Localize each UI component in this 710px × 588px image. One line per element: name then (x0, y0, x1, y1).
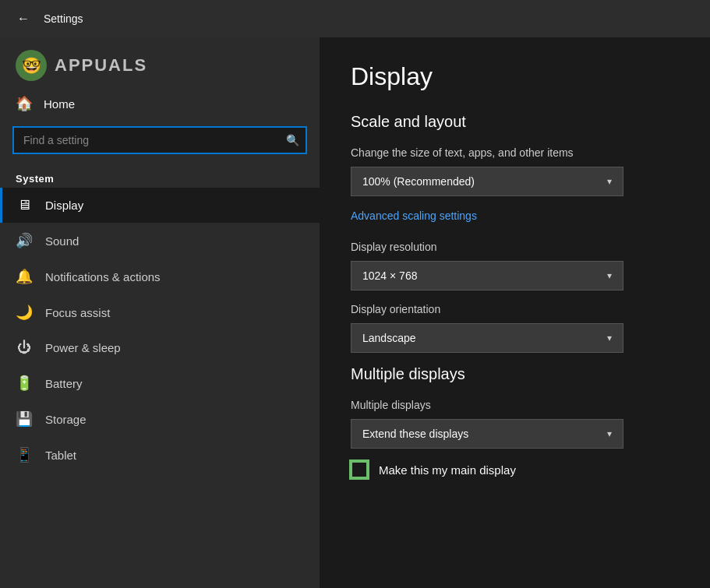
sidebar: 🤓 APPUALS 🏠 Home 🔍 System 🖥 Display 🔊 So… (0, 37, 320, 588)
sidebar-item-display[interactable]: 🖥 Display (0, 188, 320, 223)
title-bar-label: Settings (44, 12, 83, 25)
resolution-dropdown[interactable]: 1024 × 768 ▾ (351, 261, 623, 290)
display-icon: 🖥 (16, 197, 33, 213)
sidebar-item-notifications[interactable]: 🔔 Notifications & actions (0, 259, 320, 294)
orientation-label: Display orientation (351, 303, 679, 315)
multiple-displays-chevron-icon: ▾ (607, 428, 612, 439)
sidebar-home-item[interactable]: 🏠 Home (0, 87, 320, 120)
sidebar-item-focus[interactable]: 🌙 Focus assist (0, 294, 320, 330)
title-bar: ← Settings (0, 0, 710, 37)
tablet-icon: 📱 (16, 446, 33, 463)
advanced-scaling-link[interactable]: Advanced scaling settings (351, 209, 477, 222)
focus-icon: 🌙 (16, 304, 33, 321)
orientation-value: Landscape (362, 332, 416, 344)
scale-layout-section: Scale and layout Change the size of text… (351, 113, 679, 353)
sidebar-section-label: System (0, 167, 320, 188)
main-display-checkbox-row: Make this my main display (351, 461, 679, 478)
main-display-checkbox[interactable] (351, 461, 368, 478)
text-size-dropdown[interactable]: 100% (Recommended) ▾ (351, 167, 623, 196)
scale-layout-title: Scale and layout (351, 113, 679, 131)
resolution-label: Display resolution (351, 241, 679, 253)
battery-icon: 🔋 (16, 375, 33, 392)
logo-icon: 🤓 (16, 50, 47, 81)
sidebar-item-sound[interactable]: 🔊 Sound (0, 223, 320, 259)
page-title: Display (351, 62, 679, 91)
orientation-chevron-icon: ▾ (607, 333, 612, 343)
text-size-label: Change the size of text, apps, and other… (351, 146, 679, 159)
power-icon: ⏻ (16, 340, 33, 356)
sidebar-item-battery-label: Battery (45, 377, 83, 390)
resolution-value: 1024 × 768 (362, 269, 417, 282)
sound-icon: 🔊 (16, 232, 33, 249)
multiple-displays-dropdown[interactable]: Extend these displays ▾ (351, 419, 623, 449)
sidebar-item-focus-label: Focus assist (45, 306, 110, 319)
multiple-displays-value: Extend these displays (362, 428, 468, 440)
main-layout: 🤓 APPUALS 🏠 Home 🔍 System 🖥 Display 🔊 So… (0, 37, 710, 588)
back-button[interactable]: ← (12, 8, 34, 30)
multiple-displays-section: Multiple displays Multiple displays Exte… (351, 365, 679, 478)
sidebar-item-power-label: Power & sleep (45, 341, 121, 354)
text-size-value: 100% (Recommended) (362, 175, 475, 188)
content-area: Display Scale and layout Change the size… (320, 37, 710, 588)
multiple-displays-label: Multiple displays (351, 399, 679, 411)
home-label: Home (44, 97, 75, 111)
logo-text: APPUALS (55, 55, 147, 76)
storage-icon: 💾 (16, 410, 33, 428)
sidebar-item-display-label: Display (45, 199, 83, 212)
sidebar-item-storage-label: Storage (45, 413, 87, 426)
sidebar-search: 🔍 (12, 126, 307, 154)
sidebar-item-storage[interactable]: 💾 Storage (0, 401, 320, 437)
multiple-displays-title: Multiple displays (351, 365, 679, 383)
home-icon: 🏠 (16, 95, 33, 112)
orientation-dropdown[interactable]: Landscape ▾ (351, 323, 623, 353)
search-input[interactable] (12, 126, 307, 154)
sidebar-item-sound-label: Sound (45, 234, 79, 248)
main-display-checkbox-label: Make this my main display (379, 463, 516, 477)
sidebar-item-notifications-label: Notifications & actions (45, 270, 161, 283)
sidebar-item-power[interactable]: ⏻ Power & sleep (0, 330, 320, 365)
sidebar-item-battery[interactable]: 🔋 Battery (0, 365, 320, 401)
text-size-chevron-icon: ▾ (607, 176, 612, 187)
sidebar-item-tablet-label: Tablet (45, 449, 76, 462)
resolution-chevron-icon: ▾ (607, 270, 612, 281)
sidebar-logo: 🤓 APPUALS (0, 37, 320, 87)
notifications-icon: 🔔 (16, 268, 33, 285)
sidebar-item-tablet[interactable]: 📱 Tablet (0, 437, 320, 473)
search-icon: 🔍 (286, 134, 299, 146)
